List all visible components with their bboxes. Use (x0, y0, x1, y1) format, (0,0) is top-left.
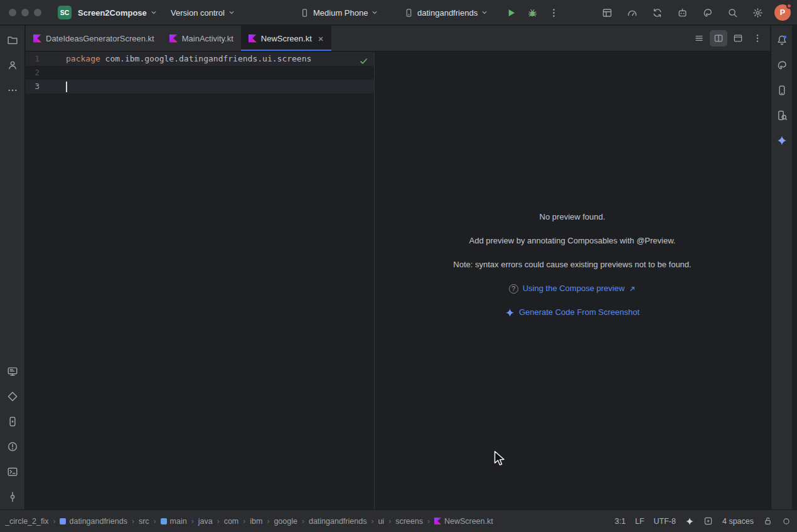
project-folder-icon[interactable] (2, 29, 23, 51)
settings-icon[interactable] (748, 4, 767, 21)
more-actions-button[interactable] (544, 4, 563, 21)
breadcrumb-label: ibm (250, 517, 262, 526)
titlebar-right-actions (597, 4, 767, 21)
view-code-icon[interactable] (690, 30, 708, 46)
breadcrumb-label: google (274, 517, 297, 526)
gemini-status-icon[interactable] (685, 517, 694, 526)
debug-icon (527, 8, 538, 18)
version-control-icon[interactable] (2, 486, 23, 508)
debug-button[interactable] (523, 4, 542, 21)
app-icon: SC (58, 6, 72, 19)
code-line-3[interactable]: 3 (26, 80, 374, 93)
breadcrumb-label: src (139, 517, 149, 526)
close-tab-icon[interactable]: × (318, 34, 324, 43)
device-manager-icon[interactable] (771, 80, 793, 101)
line-number: 3 (26, 80, 61, 93)
code-text (61, 82, 66, 92)
profiler-icon[interactable] (623, 4, 641, 21)
problems-icon[interactable] (2, 436, 23, 457)
breadcrumb-java[interactable]: java (198, 517, 213, 526)
preview-title: No preview found. (375, 210, 770, 224)
editor-tabs: DateIdeasGeneratorScreen.ktMainActivity.… (26, 26, 331, 51)
minimize-window-button[interactable] (21, 9, 29, 16)
run-button[interactable] (501, 4, 520, 21)
code-line-2[interactable]: 2 (26, 66, 374, 80)
breadcrumb-separator: › (371, 517, 373, 526)
terminal-icon[interactable] (2, 461, 23, 482)
device-explorer-icon[interactable] (771, 105, 793, 126)
breadcrumb-main[interactable]: main (161, 517, 187, 526)
compose-preview-help-link[interactable]: ? Using the Compose preview (375, 282, 770, 295)
indent-widget[interactable]: 4 spaces (722, 517, 754, 526)
code-editor[interactable]: 1package com.ibm.google.datingandfriends… (26, 52, 374, 509)
device-selector[interactable]: Medium Phone (295, 4, 383, 21)
gemini-spark-icon (505, 308, 515, 317)
gradle-icon[interactable] (698, 4, 717, 21)
version-control-menu[interactable]: Version control (166, 4, 240, 21)
breadcrumb-google[interactable]: google (274, 517, 297, 526)
ai-assistant-icon[interactable] (673, 4, 692, 21)
right-tool-stripe (771, 26, 797, 509)
editor-tab-NewScreen.kt[interactable]: NewScreen.kt× (241, 26, 331, 51)
running-devices-icon[interactable] (2, 411, 23, 432)
file-encoding-widget[interactable]: UTF-8 (654, 517, 676, 526)
logcat-icon[interactable] (2, 361, 23, 382)
caret-position-widget[interactable]: 3:1 (615, 517, 626, 526)
status-bar: _circle_2_fix›datingandfriends›src›main›… (0, 509, 797, 532)
breadcrumb-separator: › (243, 517, 245, 526)
breadcrumb-com[interactable]: com (224, 517, 239, 526)
breadcrumb-_circle_2_fix[interactable]: _circle_2_fix (5, 517, 48, 526)
breadcrumb-datingandfriends[interactable]: datingandfriends (60, 517, 127, 526)
inspections-level-icon[interactable] (782, 517, 791, 526)
external-link-icon (629, 285, 636, 292)
breadcrumb-ibm[interactable]: ibm (250, 517, 262, 526)
breadcrumb-screens[interactable]: screens (395, 517, 423, 526)
run-configuration-label: datingandfriends (417, 8, 478, 18)
breadcrumb-datingandfriends[interactable]: datingandfriends (309, 517, 366, 526)
editor-tab-DateIdeasGeneratorScreen.kt[interactable]: DateIdeasGeneratorScreen.kt (26, 26, 162, 51)
sync-project-icon[interactable] (648, 4, 666, 21)
inspections-status-widget[interactable] (358, 55, 369, 66)
breadcrumb-NewScreen.kt[interactable]: NewScreen.kt (434, 517, 493, 526)
left-tool-stripe (0, 26, 25, 509)
notifications-icon[interactable] (771, 29, 793, 51)
kotlin-file-icon (434, 518, 441, 524)
view-split-icon[interactable] (710, 30, 727, 46)
gemini-icon[interactable] (771, 130, 793, 151)
editor-tab-MainActivity.kt[interactable]: MainActivity.kt (162, 26, 241, 51)
profile-avatar[interactable]: P (774, 4, 791, 21)
chevron-down-icon (228, 9, 235, 16)
run-configuration-selector[interactable]: datingandfriends (399, 4, 493, 21)
help-circle-icon: ? (509, 284, 518, 294)
ai-status-icon[interactable] (703, 516, 713, 526)
breadcrumb-label: datingandfriends (69, 517, 127, 526)
breadcrumb-label: _circle_2_fix (5, 517, 48, 526)
layout-inspector-icon[interactable] (597, 4, 616, 21)
more-editor-options-icon[interactable] (749, 30, 766, 46)
chevron-down-icon (151, 9, 157, 16)
write-access-lock-icon[interactable] (763, 516, 773, 526)
breadcrumb-label: datingandfriends (309, 517, 366, 526)
code-text: package com.ibm.google.datingandfriends.… (61, 52, 311, 66)
search-everywhere-icon[interactable] (723, 4, 742, 21)
view-design-icon[interactable] (729, 30, 747, 46)
gradle-panel-icon[interactable] (771, 55, 793, 76)
generate-code-from-screenshot-link[interactable]: Generate Code From Screenshot (375, 306, 770, 319)
close-window-button[interactable] (9, 9, 16, 16)
resource-manager-icon[interactable] (2, 55, 23, 76)
breadcrumb-separator: › (191, 517, 194, 526)
breadcrumb-label: screens (395, 517, 423, 526)
line-separator-widget[interactable]: LF (635, 517, 645, 526)
breadcrumb-ui[interactable]: ui (378, 517, 384, 526)
line-number: 2 (26, 66, 61, 80)
help-link-label: Using the Compose preview (523, 282, 625, 295)
code-line-1[interactable]: 1package com.ibm.google.datingandfriends… (26, 52, 374, 66)
breadcrumb-src[interactable]: src (139, 517, 149, 526)
more-tool-windows-icon[interactable] (2, 80, 23, 101)
right-stripe-top-group (771, 28, 793, 153)
app-quality-insights-icon[interactable] (2, 386, 23, 407)
breadcrumb-label: java (198, 517, 213, 526)
project-menu[interactable]: Screen2Compose (73, 4, 162, 21)
device-selector-label: Medium Phone (313, 8, 368, 18)
zoom-window-button[interactable] (34, 9, 41, 16)
